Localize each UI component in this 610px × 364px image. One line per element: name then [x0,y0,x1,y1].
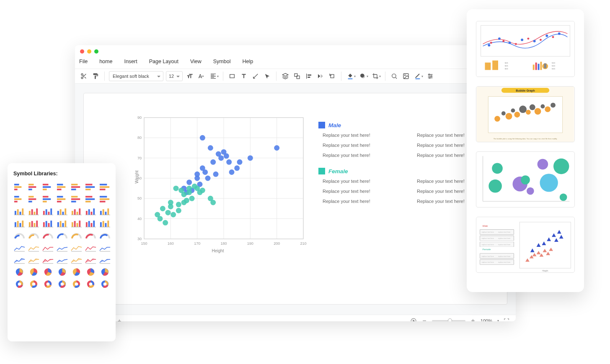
minimize-window-button[interactable] [87,49,91,54]
crop-icon[interactable] [371,72,380,81]
template-triangle-scatter[interactable]: Male Female replace text herereplace tex… [476,217,575,273]
maximize-window-button[interactable] [94,49,98,54]
canvas-page[interactable]: 15016017018019020021030405060708090 Heig… [83,93,507,305]
flip-horizontal-icon[interactable] [316,72,325,81]
rectangle-shape-icon[interactable] [227,72,237,81]
symbol-item[interactable] [85,219,97,228]
zoom-in-button[interactable]: + [470,318,476,322]
template-colored-bubbles[interactable] [476,151,575,208]
symbol-item[interactable] [85,255,97,264]
menu-help[interactable]: Help [242,59,253,64]
align-objects-icon[interactable] [304,72,313,81]
menu-symbol[interactable]: Symbol [213,59,231,64]
symbol-item[interactable] [56,219,68,228]
add-page-button[interactable]: + [117,317,121,321]
symbol-item[interactable] [13,195,26,204]
symbol-item[interactable] [42,279,54,289]
symbol-item[interactable] [42,255,54,264]
symbol-item[interactable] [85,279,97,289]
symbol-item[interactable] [13,255,26,264]
symbol-item[interactable] [28,243,40,252]
connector-icon[interactable] [251,72,260,81]
symbol-item[interactable] [56,255,68,264]
symbol-item[interactable] [85,267,97,277]
symbol-item[interactable] [28,231,40,240]
play-icon[interactable] [410,318,417,322]
symbol-item[interactable] [13,267,26,277]
symbol-item[interactable] [99,279,111,289]
symbol-item[interactable] [28,267,40,277]
symbol-item[interactable] [56,243,68,252]
symbol-item[interactable] [56,279,68,289]
menu-home[interactable]: home [99,59,112,64]
symbol-item[interactable] [13,182,26,192]
symbol-item[interactable] [13,219,26,228]
template-bubble-graph[interactable]: Bubble Graph The bubble plot is using th… [476,86,575,142]
symbol-item[interactable] [70,195,83,204]
symbol-item[interactable] [85,243,97,252]
layers-icon[interactable] [281,72,290,81]
symbol-item[interactable] [56,231,68,240]
image-icon[interactable] [401,72,411,81]
symbol-item[interactable] [42,195,54,204]
symbol-item[interactable] [42,231,54,240]
group-icon[interactable] [292,72,302,81]
pointer-tool-icon[interactable] [263,72,272,81]
symbol-item[interactable] [28,195,40,204]
symbol-item[interactable] [70,207,83,216]
fill-color-icon[interactable] [346,72,355,81]
symbol-item[interactable] [70,182,83,192]
symbol-item[interactable] [28,219,40,228]
symbol-item[interactable] [70,243,83,252]
settings-icon[interactable] [426,72,435,81]
zoom-slider[interactable] [432,320,465,322]
symbol-item[interactable] [85,231,97,240]
symbol-item[interactable] [28,279,40,289]
symbol-item[interactable] [70,279,83,289]
symbol-item[interactable] [42,243,54,252]
menu-page-layout[interactable]: Page Layout [149,59,178,64]
menu-file[interactable]: File [79,59,88,64]
symbol-item[interactable] [99,267,111,277]
symbol-item[interactable] [13,231,26,240]
symbol-item[interactable] [85,207,97,216]
rotate-icon[interactable] [328,72,337,81]
symbol-item[interactable] [13,279,26,289]
symbol-item[interactable] [56,267,68,277]
symbol-item[interactable] [13,207,26,216]
symbol-item[interactable] [85,195,97,204]
zoom-level[interactable]: 100% [481,318,492,322]
symbol-item[interactable] [13,243,26,252]
symbol-item[interactable] [28,255,40,264]
symbol-item[interactable] [70,255,83,264]
symbol-item[interactable] [28,182,40,192]
symbol-item[interactable] [99,255,111,264]
symbol-item[interactable] [99,182,111,192]
menu-view[interactable]: View [190,59,202,64]
template-scatter-line[interactable]: texttexttext texttexttext [476,21,575,77]
symbol-item[interactable] [99,243,111,252]
symbol-item[interactable] [56,195,68,204]
symbol-item[interactable] [42,219,54,228]
symbol-item[interactable] [42,267,54,277]
format-painter-icon[interactable] [91,72,100,81]
symbol-item[interactable] [70,267,83,277]
symbol-item[interactable] [42,207,54,216]
increase-font-icon[interactable] [185,72,194,81]
align-left-icon[interactable] [209,72,218,81]
fullscreen-icon[interactable] [503,318,510,322]
close-window-button[interactable] [80,49,84,54]
decrease-font-icon[interactable] [197,72,206,81]
symbol-item[interactable] [70,231,83,240]
font-family-select[interactable]: Elegant soft black [109,71,163,81]
text-tool-icon[interactable] [239,72,248,81]
symbol-item[interactable] [99,231,111,240]
cut-icon[interactable] [79,72,88,81]
symbol-item[interactable] [99,195,111,204]
symbol-item[interactable] [85,182,97,192]
symbol-item[interactable] [42,182,54,192]
symbol-item[interactable] [28,207,40,216]
line-color-icon[interactable] [413,72,422,81]
zoom-out-button[interactable]: − [421,318,428,322]
menu-insert[interactable]: Insert [124,59,137,64]
